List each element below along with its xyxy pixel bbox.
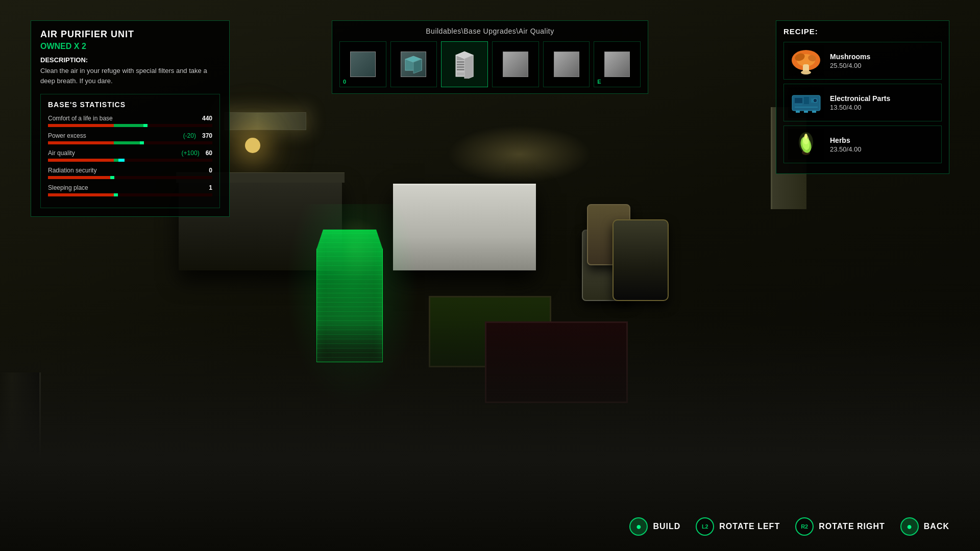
buildable-item-2[interactable] bbox=[390, 41, 437, 87]
bar-highlight-sleep bbox=[114, 193, 118, 196]
recipe-item-herbs: Herbs 23.50/4.00 bbox=[783, 126, 942, 163]
buildable-key-1: 0 bbox=[343, 79, 346, 85]
item-name: AIR PURIFIER UNIT bbox=[40, 29, 220, 40]
item-info-panel: AIR PURIFIER UNIT OWNED X 2 DESCRIPTION:… bbox=[31, 20, 230, 217]
recipe-name-mushrooms: Mushrooms bbox=[830, 53, 937, 61]
recipe-name-herbs: Herbs bbox=[830, 136, 937, 144]
description-text: Clean the air in your refuge with specia… bbox=[40, 66, 220, 86]
stat-name-air: Air quality bbox=[48, 149, 75, 157]
stats-title: BASE'S STATISTICS bbox=[48, 101, 212, 109]
svg-rect-26 bbox=[796, 111, 800, 113]
back-label: BACK bbox=[924, 522, 949, 531]
stats-section: BASE'S STATISTICS Comfort of a life in b… bbox=[40, 94, 220, 208]
recipe-name-electronics: Electronical Parts bbox=[830, 94, 937, 103]
build-label: BUILD bbox=[653, 522, 680, 531]
build-btn-circle[interactable]: ● bbox=[629, 517, 648, 536]
recipe-item-electronics: Electronical Parts 13.50/4.00 bbox=[783, 84, 942, 121]
svg-point-17 bbox=[801, 70, 811, 74]
buildable-icon-6 bbox=[604, 52, 630, 77]
stat-name-comfort: Comfort of a life in base bbox=[48, 115, 113, 122]
electronics-image bbox=[788, 87, 824, 118]
recipe-amount-mushrooms: 25.50/4.00 bbox=[830, 62, 937, 69]
stat-bar-power bbox=[48, 141, 212, 144]
stat-row-air: Air quality (+100) 60 bbox=[48, 149, 212, 162]
white-table bbox=[393, 184, 536, 270]
item-owned: OWNED X 2 bbox=[40, 42, 220, 51]
svg-rect-28 bbox=[812, 111, 816, 113]
buildables-panel: Buildables\Base Upgrades\Air Quality 0 bbox=[332, 20, 648, 94]
svg-point-25 bbox=[813, 98, 817, 103]
stat-name-radiation: Radiation security bbox=[48, 167, 96, 174]
box-icon-svg bbox=[403, 55, 424, 73]
action-bar: ● BUILD L2 ROTATE LEFT R2 ROTATE RIGHT ●… bbox=[629, 517, 949, 536]
bar-highlight-air bbox=[118, 159, 125, 162]
stat-value-air: 60 bbox=[206, 149, 212, 157]
mushroom-image bbox=[788, 45, 824, 76]
svg-point-35 bbox=[804, 134, 807, 139]
bar-red-air bbox=[48, 159, 114, 162]
stat-row-radiation: Radiation security 0 bbox=[48, 167, 212, 179]
stat-bar-radiation bbox=[48, 176, 212, 179]
buildable-item-1[interactable]: 0 bbox=[339, 41, 386, 87]
barrel-large bbox=[612, 219, 669, 301]
stat-row-sleeping: Sleeping place 1 bbox=[48, 184, 212, 196]
stat-value-radiation: 0 bbox=[209, 167, 212, 174]
recipe-info-herbs: Herbs 23.50/4.00 bbox=[830, 136, 937, 153]
buildable-icon-2 bbox=[401, 52, 426, 77]
description-label: DESCRIPTION: bbox=[40, 56, 220, 64]
svg-rect-20 bbox=[795, 98, 802, 103]
purifier-icon-svg bbox=[452, 50, 477, 79]
bar-highlight bbox=[143, 124, 148, 127]
bar-red-rad bbox=[48, 176, 114, 179]
recipe-amount-herbs: 23.50/4.00 bbox=[830, 145, 937, 153]
recipe-amount-electronics: 13.50/4.00 bbox=[830, 104, 937, 111]
buildable-icon-4 bbox=[503, 52, 528, 77]
buildable-item-4[interactable] bbox=[492, 41, 539, 87]
buildable-icon-5 bbox=[554, 52, 579, 77]
stat-bar-sleeping bbox=[48, 193, 212, 196]
recipe-info-mushrooms: Mushrooms 25.50/4.00 bbox=[830, 53, 937, 69]
rotate-left-button[interactable]: L2 ROTATE LEFT bbox=[696, 517, 780, 536]
rotate-right-label: ROTATE RIGHT bbox=[819, 522, 885, 531]
buildable-item-3[interactable] bbox=[441, 41, 488, 87]
buildable-grid: 0 bbox=[339, 41, 641, 87]
buildable-icon-3 bbox=[452, 50, 477, 79]
build-button[interactable]: ● BUILD bbox=[629, 517, 680, 536]
svg-rect-27 bbox=[804, 111, 808, 113]
stat-modifier-power: (-20) bbox=[183, 132, 196, 139]
buildable-item-6[interactable]: E bbox=[594, 41, 641, 87]
bar-red-power bbox=[48, 141, 114, 144]
mushroom-svg bbox=[790, 46, 823, 76]
rotate-left-label: ROTATE LEFT bbox=[719, 522, 780, 531]
rotate-right-button[interactable]: R2 ROTATE RIGHT bbox=[795, 517, 885, 536]
buildable-key-6: E bbox=[597, 79, 601, 85]
stat-bar-comfort bbox=[48, 124, 212, 127]
stat-value-comfort: 440 bbox=[202, 115, 212, 122]
electronics-svg bbox=[790, 88, 823, 117]
stat-value-sleeping: 1 bbox=[209, 184, 212, 191]
back-btn-circle[interactable]: ● bbox=[900, 517, 919, 536]
herbs-image bbox=[788, 129, 824, 160]
stat-row-comfort: Comfort of a life in base 440 bbox=[48, 115, 212, 127]
bar-highlight-power bbox=[140, 141, 144, 144]
stat-modifier-air: (+100) bbox=[182, 149, 200, 157]
stat-value-power: 370 bbox=[202, 132, 212, 139]
rotate-left-btn-circle[interactable]: L2 bbox=[696, 517, 714, 536]
stat-bar-air bbox=[48, 159, 212, 162]
breadcrumb: Buildables\Base Upgrades\Air Quality bbox=[339, 27, 641, 35]
svg-rect-21 bbox=[804, 97, 809, 104]
ceiling-light-fixture bbox=[225, 112, 306, 130]
floor-layer bbox=[0, 321, 980, 551]
bar-green-power bbox=[114, 141, 143, 144]
back-button[interactable]: ● BACK bbox=[900, 517, 949, 536]
recipe-panel: RECIPE: Mushrooms 25.50/4.00 bbox=[776, 20, 949, 174]
recipe-info-electronics: Electronical Parts 13.50/4.00 bbox=[830, 94, 937, 111]
recipe-title: RECIPE: bbox=[783, 27, 942, 36]
bar-green bbox=[114, 124, 146, 127]
buildable-item-5[interactable] bbox=[543, 41, 590, 87]
rotate-right-btn-circle[interactable]: R2 bbox=[795, 517, 814, 536]
bar-red bbox=[48, 124, 114, 127]
desk-lamp-light bbox=[245, 138, 260, 153]
recipe-item-mushrooms: Mushrooms 25.50/4.00 bbox=[783, 42, 942, 80]
buildable-icon-1 bbox=[350, 52, 376, 77]
